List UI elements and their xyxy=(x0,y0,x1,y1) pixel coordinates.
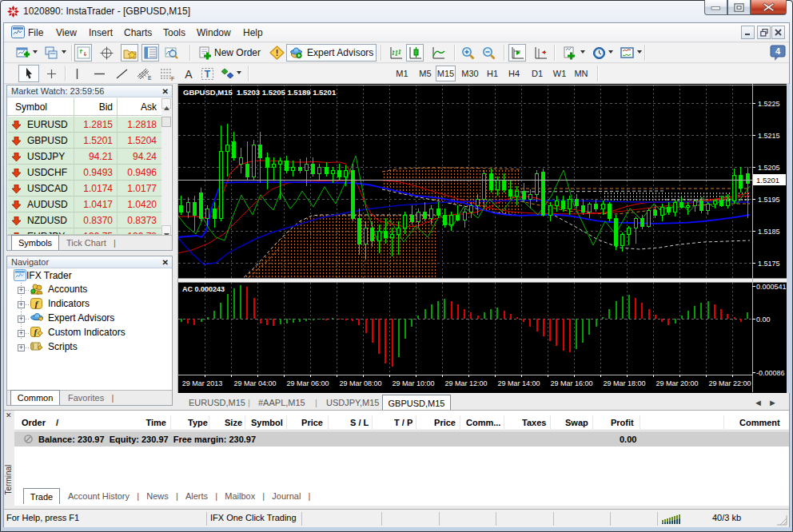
svg-text:29 Mar 12:00: 29 Mar 12:00 xyxy=(444,379,487,387)
svg-text:F: F xyxy=(171,75,174,81)
svg-text:29 Mar 20:00: 29 Mar 20:00 xyxy=(656,379,698,387)
svg-text:29 Mar 14:00: 29 Mar 14:00 xyxy=(497,379,540,387)
svg-text:1.5201: 1.5201 xyxy=(756,176,779,185)
svg-text:29 Mar 10:00: 29 Mar 10:00 xyxy=(392,379,434,387)
svg-text:1.5205: 1.5205 xyxy=(758,164,780,172)
svg-text:E: E xyxy=(148,75,152,81)
svg-text:1.5185: 1.5185 xyxy=(758,228,780,236)
svg-text:T: T xyxy=(204,69,210,80)
svg-text:29 Mar 18:00: 29 Mar 18:00 xyxy=(603,379,645,387)
svg-text:29 Mar 04:00: 29 Mar 04:00 xyxy=(233,379,276,387)
svg-text:!: ! xyxy=(275,48,278,58)
svg-text:AC 0.000243: AC 0.000243 xyxy=(182,285,225,293)
svg-text:1.5195: 1.5195 xyxy=(758,196,780,204)
svg-text:0.000541: 0.000541 xyxy=(756,283,787,291)
svg-text:GBPUSD,M15 1.5203 1.5205 1.51: GBPUSD,M15 1.5203 1.5205 1.5189 1.5201 xyxy=(183,88,337,97)
svg-text:1.5215: 1.5215 xyxy=(758,132,780,140)
svg-text:29 Mar 22:00: 29 Mar 22:00 xyxy=(708,379,751,387)
svg-text:A: A xyxy=(185,68,193,80)
svg-text:1.5225: 1.5225 xyxy=(758,100,780,108)
svg-text:29 Mar 06:00: 29 Mar 06:00 xyxy=(286,379,329,387)
svg-text:29 Mar 2013: 29 Mar 2013 xyxy=(182,379,223,387)
svg-text:-0.00086: -0.00086 xyxy=(756,369,785,377)
svg-text:1.5175: 1.5175 xyxy=(758,260,780,268)
svg-text:4: 4 xyxy=(775,46,781,56)
svg-text:29 Mar 16:00: 29 Mar 16:00 xyxy=(550,379,592,387)
svg-text:29 Mar 08:00: 29 Mar 08:00 xyxy=(339,379,381,387)
svg-text:0.00: 0.00 xyxy=(756,316,771,324)
